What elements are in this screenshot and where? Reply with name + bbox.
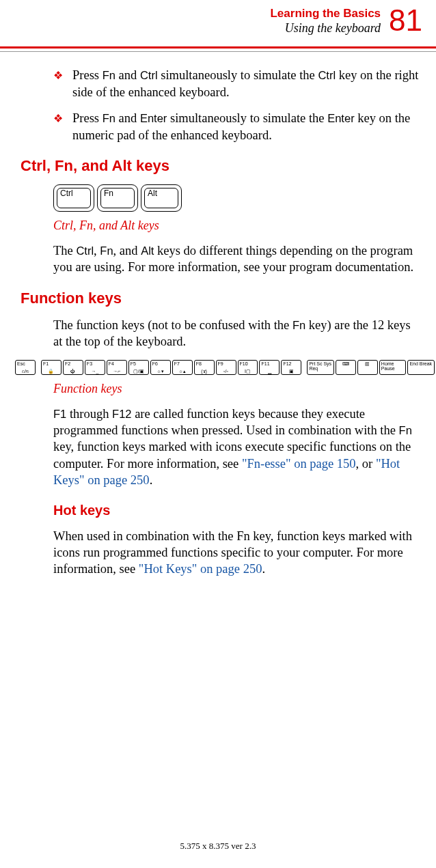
fkey-f9: F9▫/▫ [216, 360, 236, 375]
fkey-f11: F11▁ [259, 360, 280, 375]
fkey-label: F9 [218, 361, 234, 366]
fkey-f8: F8(ɤ) [194, 360, 215, 375]
fkey-f1: F1🔒 [41, 360, 62, 375]
fkey-end-break: End Break [407, 360, 435, 375]
key-name: Fn [292, 319, 305, 331]
subsection-heading: Hot keys [53, 503, 422, 518]
fkey-label: Esc [17, 361, 33, 366]
fkey-label: F4 [109, 361, 125, 366]
fkey-label: End Break [409, 361, 433, 366]
key-name: F12 [112, 408, 131, 420]
fkey-label: Prt Sc Sys Req [309, 361, 332, 371]
fkey-label: F2 [65, 361, 81, 366]
bullet-item: ❖ Press Fn and Enter simultaneously to s… [53, 110, 422, 143]
text: , or [356, 457, 376, 471]
text: and [115, 68, 140, 82]
section-subtitle: Using the keyboard [270, 21, 381, 36]
fkey-f12: F12▣ [281, 360, 301, 375]
accent-bar [0, 46, 436, 48]
bullet-text: Press Fn and Enter simultaneously to sim… [72, 110, 422, 143]
keycap-fn: Fn [97, 184, 138, 212]
fkey-label: F7 [174, 361, 191, 366]
fkey-label: F1 [43, 361, 59, 366]
key-name: Fn [100, 244, 113, 257]
key-name: Ctrl [318, 69, 336, 81]
body-paragraph: When used in combination with the Fn key… [53, 528, 422, 578]
text: . [150, 473, 153, 487]
fkey-f7: F7☼▴ [172, 360, 193, 375]
fkey-label: F5 [131, 361, 147, 366]
keycap-alt: Alt [141, 184, 182, 212]
section-heading: Function keys [21, 290, 422, 307]
header-text-block: Learning the Basics Using the keyboard [270, 5, 381, 36]
chapter-title: Learning the Basics [270, 7, 381, 20]
text: through [66, 407, 112, 421]
fkey-label: F3 [87, 361, 103, 366]
fkey-f5: F5▢/▣ [128, 360, 149, 375]
page-footer: 5.375 x 8.375 ver 2.3 [0, 841, 436, 852]
keycap-ctrl: Ctrl [53, 184, 94, 212]
key-name: Fn [399, 424, 412, 436]
fkey-label: Home Pause [381, 361, 405, 371]
fkey-label: F12 [283, 361, 299, 366]
text: Press [72, 111, 103, 125]
key-name: Ctrl [76, 244, 94, 257]
diamond-bullet-icon: ❖ [53, 68, 63, 83]
function-key-row-diagram: Esc⎌/⎋ F1🔒 F2⏻ F3→_ F4→⌐ F5▢/▣ F6☼▾ F7☼▴… [15, 360, 435, 375]
fkey-label: F8 [196, 361, 213, 366]
fkey-f2: F2⏻ [63, 360, 83, 375]
bullet-text: Press Fn and Ctrl simultaneously to simu… [72, 67, 422, 100]
text: Press [72, 68, 103, 82]
fkey-label: F11 [261, 361, 277, 366]
fkey-prtsc: Prt Sc Sys Req [307, 360, 334, 375]
page-content: ❖ Press Fn and Ctrl simultaneously to si… [0, 67, 436, 578]
figure-caption: Ctrl, Fn, and Alt keys [53, 219, 422, 233]
keycap-label: Fn [102, 188, 113, 198]
text: simultaneously to simulate the [158, 68, 318, 82]
body-paragraph: The Ctrl, Fn, and Alt keys do different … [53, 242, 422, 276]
text: , and [113, 244, 141, 257]
fkey-label: F6 [152, 361, 169, 366]
fkey-esc: Esc⎌/⎋ [15, 360, 36, 375]
cross-reference-link[interactable]: "Hot Keys" on page 250 [139, 562, 262, 576]
fkey-f3: F3→_ [85, 360, 105, 375]
keycap-label: Alt [146, 188, 157, 198]
text: and [115, 111, 140, 125]
fkey-f6: F6☼▾ [150, 360, 171, 375]
key-name: Enter [140, 112, 167, 124]
fkey-icon: ▥ [357, 360, 378, 375]
key-name: Ctrl [140, 69, 158, 81]
cross-reference-link[interactable]: "Fn-esse" on page 150 [242, 457, 356, 471]
key-name: Alt [141, 244, 154, 257]
figure-caption: Function keys [53, 382, 422, 396]
text: The function keys (not to be confused wi… [53, 318, 292, 332]
bullet-item: ❖ Press Fn and Ctrl simultaneously to si… [53, 67, 422, 100]
key-name: Fn [103, 112, 115, 124]
body-paragraph: The function keys (not to be confused wi… [53, 317, 422, 350]
fkey-label: F10 [240, 361, 256, 366]
page-header: Learning the Basics Using the keyboard 8… [0, 0, 436, 36]
text: simultaneously to simulate the [167, 111, 327, 125]
section-heading: Ctrl, Fn, and Alt keys [21, 157, 422, 175]
fkey-home-pause: Home Pause [379, 360, 407, 375]
key-name: Fn [103, 69, 115, 81]
text: The [53, 244, 76, 257]
fkey-icon: ⌨ [336, 360, 356, 375]
text: , [94, 244, 100, 257]
diamond-bullet-icon: ❖ [53, 111, 63, 126]
fkey-f10: F10I▢ [238, 360, 258, 375]
key-name: F1 [53, 408, 66, 420]
text: . [262, 562, 265, 576]
page-number: 81 [389, 5, 422, 36]
thin-rule [0, 51, 436, 52]
fkey-f4: F4→⌐ [107, 360, 127, 375]
body-paragraph: F1 through F12 are called function keys … [53, 406, 422, 489]
keycap-diagram: Ctrl Fn Alt [53, 184, 422, 212]
keycap-label: Ctrl [58, 188, 73, 198]
key-name: Enter [327, 112, 354, 124]
